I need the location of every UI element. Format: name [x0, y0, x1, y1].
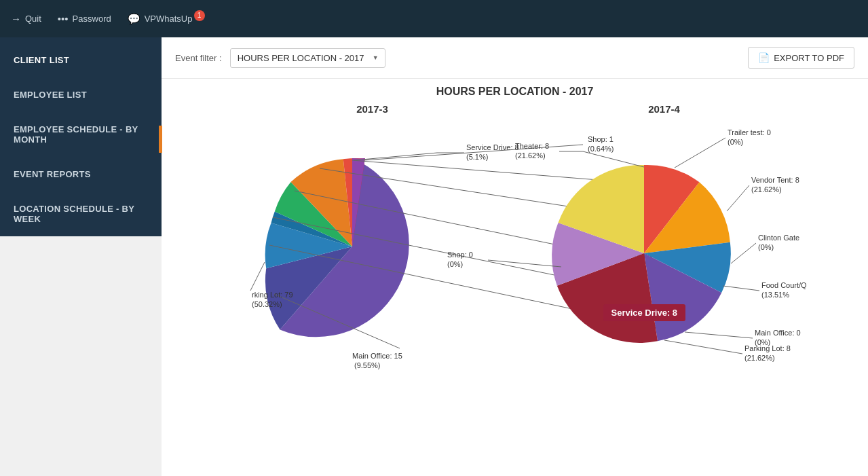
svg-text:(21.62%): (21.62%) [515, 151, 546, 160]
svg-text:Parking Lot: 8: Parking Lot: 8 [744, 344, 791, 352]
quit-icon: → [11, 13, 21, 24]
content-area: Event filter : HOURS PER LOCATION - 2017… [162, 37, 868, 476]
sidebar-wrapper: CLIENT LIST EMPLOYEE LIST EMPLOYEE SCHED… [0, 37, 162, 476]
filter-bar: Event filter : HOURS PER LOCATION - 2017… [162, 37, 868, 79]
sidebar-accent [159, 126, 162, 153]
svg-text:(0%): (0%) [728, 138, 743, 146]
svg-text:Clinton Gate: Clinton Gate [758, 234, 799, 242]
pie-chart-2017-4: Theater: 8 (21.62%) Trailer test: 0 (0%)… [542, 117, 787, 355]
svg-text:Food Court/Q: Food Court/Q [761, 281, 807, 289]
chart-2017-4-label: 2017-4 [648, 103, 680, 115]
svg-text:Vendor Tent: 8: Vendor Tent: 8 [751, 176, 799, 184]
export-label: EXPORT TO PDF [774, 53, 844, 63]
sidebar-item-event-reports[interactable]: EVENT REPORTS [0, 157, 162, 191]
sidebar-item-location-schedule[interactable]: LOCATION SCHEDULE - BY WEEK [0, 191, 162, 236]
svg-line-0 [354, 153, 437, 160]
svg-text:Theater: 8: Theater: 8 [515, 142, 549, 150]
pie-chart-2017-3: Service Drive: 8 (5.1%) Shop: 1 (0.64%) … [244, 117, 502, 355]
svg-text:(21.62%): (21.62%) [744, 354, 775, 362]
password-button[interactable]: ••• Password [58, 13, 111, 24]
charts-row: 2017-3 [162, 103, 868, 476]
sidebar-item-employee-schedule[interactable]: EMPLOYEE SCHEDULE - BY MONTH [0, 112, 162, 157]
filter-select[interactable]: HOURS PER LOCATION - 2017 [230, 48, 385, 68]
label-service-drive: Service Drive: 8 [466, 143, 519, 151]
svg-line-37 [731, 243, 756, 263]
filter-label: Event filter : [175, 53, 222, 63]
chart-2017-3: 2017-3 [244, 103, 502, 355]
svg-text:(50.32%): (50.32%) [252, 300, 282, 308]
sidebar-item-label: EMPLOYEE SCHEDULE - BY MONTH [14, 124, 138, 145]
svg-text:Trailer test: 0: Trailer test: 0 [728, 128, 771, 136]
topnav: → Quit ••• Password 💬 VPWhatsUp 1 [0, 0, 868, 37]
filter-select-wrap[interactable]: HOURS PER LOCATION - 2017 [230, 48, 385, 68]
main-layout: CLIENT LIST EMPLOYEE LIST EMPLOYEE SCHED… [0, 37, 868, 476]
quit-label: Quit [25, 14, 41, 24]
svg-line-27 [583, 151, 644, 167]
sidebar-item-label: LOCATION SCHEDULE - BY WEEK [14, 204, 134, 224]
chart-title: HOURS PER LOCATION - 2017 [436, 86, 594, 98]
svg-line-43 [685, 332, 753, 338]
svg-line-46 [664, 340, 742, 354]
sidebar-item-client-list[interactable]: CLIENT LIST [0, 43, 162, 77]
quit-button[interactable]: → Quit [11, 13, 41, 24]
svg-text:(21.62%): (21.62%) [751, 185, 782, 194]
svg-text:Main Office: 15: Main Office: 15 [352, 352, 402, 360]
svg-text:(9.55%): (9.55%) [354, 361, 381, 369]
svg-text:rking Lot: 79: rking Lot: 79 [252, 291, 293, 299]
vpwhatsup-icon: 💬 [128, 13, 140, 25]
password-icon: ••• [58, 13, 69, 24]
sidebar-item-label: CLIENT LIST [14, 55, 69, 65]
chart-2017-3-label: 2017-3 [356, 103, 388, 115]
sidebar-item-label: EVENT REPORTS [14, 169, 91, 179]
svg-line-40 [723, 286, 759, 291]
svg-line-24 [250, 262, 265, 291]
svg-text:(0%): (0%) [758, 243, 774, 251]
chart-2017-4: 2017-4 [542, 103, 787, 355]
svg-text:(5.1%): (5.1%) [466, 153, 488, 161]
sidebar: CLIENT LIST EMPLOYEE LIST EMPLOYEE SCHED… [0, 37, 162, 236]
vpwhatsup-button[interactable]: 💬 VPWhatsUp 1 [128, 13, 205, 25]
svg-text:Main Office: 0: Main Office: 0 [755, 329, 801, 337]
chart-area: HOURS PER LOCATION - 2017 2017-3 [162, 79, 868, 476]
sidebar-item-label: EMPLOYEE LIST [14, 90, 87, 100]
notification-badge: 1 [194, 10, 205, 21]
password-label: Password [73, 14, 111, 24]
svg-text:(0%): (0%) [447, 260, 463, 268]
svg-text:(13.51%: (13.51% [761, 291, 789, 299]
export-pdf-button[interactable]: 📄 EXPORT TO PDF [748, 47, 854, 69]
export-icon: 📄 [758, 52, 770, 63]
svg-line-34 [727, 185, 749, 211]
svg-text:Shop: 0: Shop: 0 [447, 251, 473, 259]
sidebar-item-employee-list[interactable]: EMPLOYEE LIST [0, 77, 162, 112]
svg-line-31 [675, 138, 725, 168]
vpwhatsup-label: VPWhatsUp [145, 14, 193, 24]
